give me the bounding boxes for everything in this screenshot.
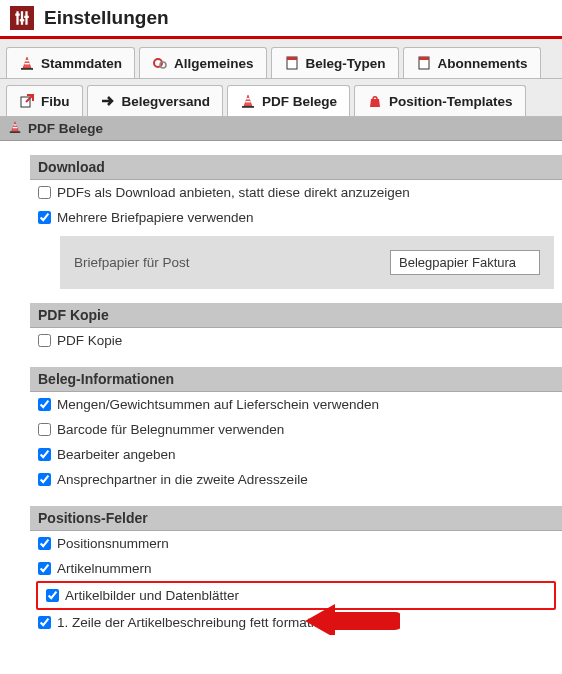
checkbox[interactable] — [38, 423, 51, 436]
option-label: 1. Zeile der Artikelbeschreibung fett fo… — [57, 615, 341, 630]
page-title: Einstellungen — [44, 7, 169, 29]
tab-beleg-typen[interactable]: Beleg-Typen — [271, 47, 399, 78]
tab-allgemeines[interactable]: Allgemeines — [139, 47, 267, 78]
option-pdf-kopie[interactable]: PDF Kopie — [30, 328, 562, 353]
tab-position-templates[interactable]: Position-Templates — [354, 85, 526, 116]
svg-rect-11 — [15, 14, 20, 16]
option-label: Bearbeiter angeben — [57, 447, 176, 462]
export-icon — [19, 93, 35, 109]
tab-label: Belegversand — [122, 94, 211, 109]
checkbox[interactable] — [38, 398, 51, 411]
tab-abonnements[interactable]: Abonnements — [403, 47, 541, 78]
option-barcode[interactable]: Barcode für Belegnummer verwenden — [30, 417, 562, 442]
option-label: Mehrere Briefpapiere verwenden — [57, 210, 254, 225]
tab-label: Abonnements — [438, 56, 528, 71]
tab-belegversand[interactable]: Belegversand — [87, 85, 224, 116]
checkbox[interactable] — [46, 589, 59, 602]
highlight-box: Artikelbilder und Datenblätter — [36, 581, 556, 610]
option-fett-formatieren[interactable]: 1. Zeile der Artikelbeschreibung fett fo… — [30, 610, 562, 635]
tab-pdf-belege[interactable]: PDF Belege — [227, 85, 350, 116]
sub-block-label: Briefpapier für Post — [74, 255, 360, 270]
checkbox[interactable] — [38, 562, 51, 575]
tab-label: Beleg-Typen — [306, 56, 386, 71]
svg-rect-12 — [20, 19, 25, 21]
section-download-header: Download — [30, 155, 562, 180]
checkbox[interactable] — [38, 537, 51, 550]
tab-stammdaten[interactable]: Stammdaten — [6, 47, 135, 78]
checkbox[interactable] — [38, 448, 51, 461]
option-positionsnummern[interactable]: Positionsnummern — [30, 531, 562, 556]
option-label: Artikelnummern — [57, 561, 152, 576]
option-mengen-gewicht[interactable]: Mengen/Gewichtsummen auf Lieferschein ve… — [30, 392, 562, 417]
cone-icon — [8, 120, 22, 137]
cone-icon — [19, 55, 35, 71]
page-header: Einstellungen — [0, 0, 562, 39]
cone-icon — [240, 93, 256, 109]
main-tabs-row-2: Fibu Belegversand PDF Belege Position-Te… — [0, 79, 562, 117]
briefpapier-sub-block: Briefpapier für Post Belegpapier Faktura — [60, 236, 554, 289]
option-label: PDFs als Download anbieten, statt diese … — [57, 185, 410, 200]
svg-rect-8 — [16, 11, 18, 25]
option-bearbeiter[interactable]: Bearbeiter angeben — [30, 442, 562, 467]
section-pos-header: Positions-Felder — [30, 506, 562, 531]
arrow-icon — [100, 93, 116, 109]
checkbox[interactable] — [38, 473, 51, 486]
section-kopie-header: PDF Kopie — [30, 303, 562, 328]
settings-icon — [10, 6, 34, 30]
tab-label: Allgemeines — [174, 56, 254, 71]
sub-heading-label: PDF Belege — [28, 121, 103, 136]
main-tabs-row-1: Stammdaten Allgemeines Beleg-Typen Abonn… — [0, 39, 562, 79]
option-label: Positionsnummern — [57, 536, 169, 551]
sub-heading-bar: PDF Belege — [0, 117, 562, 141]
tab-label: PDF Belege — [262, 94, 337, 109]
option-label: PDF Kopie — [57, 333, 122, 348]
option-label: Artikelbilder und Datenblätter — [65, 588, 239, 603]
tab-label: Fibu — [41, 94, 70, 109]
checkbox[interactable] — [38, 334, 51, 347]
gears-icon — [152, 55, 168, 71]
option-artikelbilder[interactable]: Artikelbilder und Datenblätter — [40, 586, 552, 605]
option-label: Barcode für Belegnummer verwenden — [57, 422, 284, 437]
option-label: Ansprechpartner in die zweite Adresszeil… — [57, 472, 308, 487]
checkbox[interactable] — [38, 186, 51, 199]
tab-label: Stammdaten — [41, 56, 122, 71]
document-icon — [416, 55, 432, 71]
svg-rect-9 — [21, 11, 23, 25]
section-info-header: Beleg-Informationen — [30, 367, 562, 392]
option-multi-briefpapier[interactable]: Mehrere Briefpapiere verwenden — [30, 205, 562, 230]
document-icon — [284, 55, 300, 71]
checkbox[interactable] — [38, 616, 51, 629]
option-pdf-download[interactable]: PDFs als Download anbieten, statt diese … — [30, 180, 562, 205]
bag-icon — [367, 93, 383, 109]
tab-fibu[interactable]: Fibu — [6, 85, 83, 116]
option-label: Mengen/Gewichtsummen auf Lieferschein ve… — [57, 397, 379, 412]
option-artikelnummern[interactable]: Artikelnummern — [30, 556, 562, 581]
svg-rect-13 — [24, 16, 29, 18]
briefpapier-select[interactable]: Belegpapier Faktura — [390, 250, 540, 275]
tab-label: Position-Templates — [389, 94, 513, 109]
checkbox[interactable] — [38, 211, 51, 224]
content-area: Download PDFs als Download anbieten, sta… — [0, 155, 562, 635]
option-ansprechpartner[interactable]: Ansprechpartner in die zweite Adresszeil… — [30, 467, 562, 492]
